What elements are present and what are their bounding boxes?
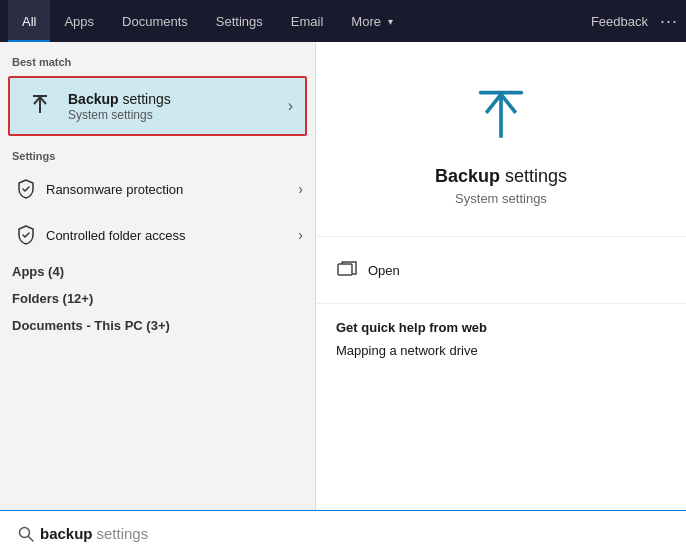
best-match-item[interactable]: Backup settings System settings › — [8, 76, 307, 136]
topbar: All Apps Documents Settings Email More ▾… — [0, 0, 686, 42]
search-query-text: backup — [40, 525, 93, 542]
best-match-text: Backup settings System settings — [58, 91, 288, 122]
searchbar: backup settings — [0, 510, 686, 556]
tab-apps[interactable]: Apps — [50, 0, 108, 42]
list-item-controlled-folder[interactable]: Controlled folder access › — [0, 212, 315, 258]
list-item-label: Ransomware protection — [40, 182, 298, 197]
search-input[interactable]: backup settings — [40, 525, 674, 542]
list-arrow-icon: › — [298, 181, 303, 197]
best-match-title: Backup settings — [68, 91, 288, 107]
right-top: Backup settings System settings — [316, 42, 686, 237]
open-button[interactable]: Open — [336, 253, 666, 287]
left-panel: Best match Backup settings System settin… — [0, 42, 315, 510]
apps-category-label[interactable]: Apps (4) — [0, 258, 315, 285]
search-placeholder-text: settings — [97, 525, 149, 542]
documents-category-label[interactable]: Documents - This PC (3+) — [0, 312, 315, 339]
settings-section-label: Settings — [0, 144, 315, 166]
tab-settings[interactable]: Settings — [202, 0, 277, 42]
list-arrow-icon-2: › — [298, 227, 303, 243]
svg-line-6 — [29, 536, 34, 541]
tab-email[interactable]: Email — [277, 0, 338, 42]
right-panel: Backup settings System settings Open Get… — [315, 42, 686, 510]
tab-all[interactable]: All — [8, 0, 50, 42]
more-options-button[interactable]: ··· — [660, 11, 678, 32]
open-label: Open — [368, 263, 400, 278]
tab-more[interactable]: More ▾ — [337, 0, 407, 42]
right-subtitle: System settings — [455, 191, 547, 206]
help-link-mapping[interactable]: Mapping a network drive — [336, 343, 666, 358]
best-match-label: Best match — [0, 50, 315, 72]
list-item-label-2: Controlled folder access — [40, 228, 298, 243]
best-match-subtitle: System settings — [68, 108, 288, 122]
svg-rect-4 — [338, 264, 352, 275]
right-actions: Open — [316, 237, 686, 304]
shield-icon-2 — [12, 221, 40, 249]
shield-icon — [12, 175, 40, 203]
chevron-down-icon: ▾ — [388, 16, 393, 27]
topbar-right: Feedback ··· — [591, 11, 678, 32]
main-content: Best match Backup settings System settin… — [0, 42, 686, 510]
feedback-button[interactable]: Feedback — [591, 14, 648, 29]
right-help: Get quick help from web Mapping a networ… — [316, 304, 686, 374]
backup-big-icon — [466, 82, 536, 152]
folders-category-label[interactable]: Folders (12+) — [0, 285, 315, 312]
open-icon — [336, 259, 358, 281]
backup-icon — [22, 88, 58, 124]
help-section-title: Get quick help from web — [336, 320, 666, 335]
search-icon — [12, 520, 40, 548]
right-title: Backup settings — [435, 166, 567, 187]
tab-documents[interactable]: Documents — [108, 0, 202, 42]
topbar-tabs: All Apps Documents Settings Email More ▾ — [8, 0, 591, 42]
list-item-ransomware[interactable]: Ransomware protection › — [0, 166, 315, 212]
best-match-arrow-icon: › — [288, 97, 293, 115]
